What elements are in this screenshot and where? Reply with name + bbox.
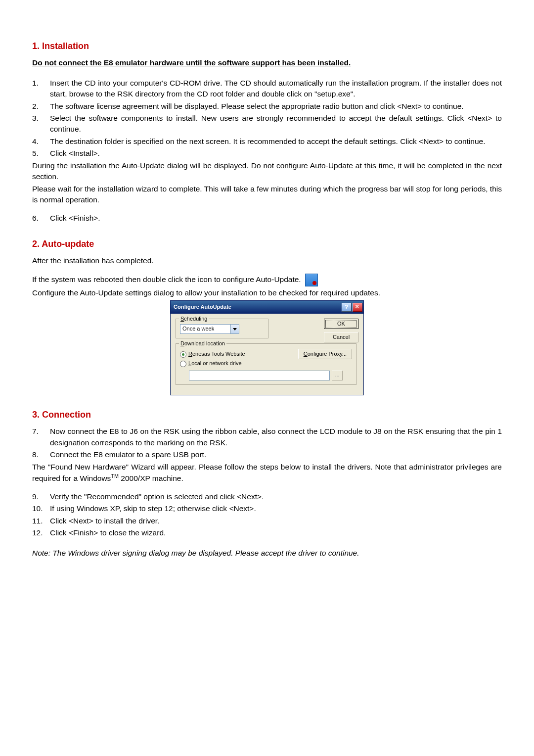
accel-letter: R: [188, 350, 192, 358]
label-rest: ownload location: [184, 340, 225, 346]
step-number: 3.: [32, 113, 50, 135]
connection-step-9: 9.Verify the "Recommended" option is sel…: [32, 491, 502, 502]
paragraph-text: The "Found New Hardware" Wizard will app…: [32, 463, 502, 483]
step-text: Insert the CD into your computer's CD-RO…: [50, 78, 502, 100]
step-text: Select the software components to instal…: [50, 113, 502, 135]
step-number: 1.: [32, 78, 50, 100]
install-step-4: 4.The destination folder is specified on…: [32, 136, 502, 147]
paragraph: After the installation has completed.: [32, 255, 502, 266]
paragraph-text: 2000/XP machine.: [119, 474, 183, 482]
step-number: 12.: [32, 527, 50, 538]
radio-icon[interactable]: [180, 361, 186, 367]
radio-icon[interactable]: [180, 351, 186, 358]
radio-label: ocal or network drive: [191, 360, 242, 368]
connection-step-12: 12.Click <Finish> to close the wizard.: [32, 527, 502, 538]
step-text: Verify the "Recommended" option is selec…: [50, 491, 502, 502]
install-step-5: 5.Click <Install>.: [32, 148, 502, 159]
radio-renesas-website[interactable]: Renesas Tools Website: [180, 350, 245, 358]
section-3-heading: 3. Connection: [32, 408, 502, 421]
step-number: 6.: [32, 213, 50, 224]
step-text: The destination folder is specified on t…: [50, 136, 502, 147]
scheduling-group-label: Scheduling: [179, 315, 209, 323]
install-step-3: 3.Select the software components to inst…: [32, 113, 502, 135]
install-step-6: 6.Click <Finish>.: [32, 213, 502, 224]
step-text: Click <Next> to install the driver.: [50, 516, 502, 526]
label-rest: cheduling: [184, 316, 207, 322]
configure-autoupdate-dialog: Configure AutoUpdate OK Cancel Schedulin…: [170, 300, 364, 395]
configure-proxy-button[interactable]: Configure Proxy...: [298, 349, 352, 359]
connection-step-10: 10.If using Windows XP, skip to step 12;…: [32, 503, 502, 514]
paragraph: During the installation the Auto-Update …: [32, 160, 502, 183]
step-text: Connect the E8 emulator to a spare USB p…: [50, 449, 502, 460]
step-number: 4.: [32, 136, 50, 147]
cancel-button[interactable]: Cancel: [324, 332, 358, 342]
radio-local-drive[interactable]: Local or network drive: [180, 360, 245, 368]
ok-button[interactable]: OK: [324, 319, 358, 329]
accel-letter: D: [180, 340, 184, 346]
step-number: 2.: [32, 101, 50, 112]
dropdown-value: Once a week: [180, 325, 230, 333]
paragraph: The "Found New Hardware" Wizard will app…: [32, 462, 502, 484]
connection-step-8: 8.Connect the E8 emulator to a spare USB…: [32, 449, 502, 460]
step-number: 7.: [32, 426, 50, 448]
note-text: Note: The Windows driver signing dialog …: [32, 548, 502, 559]
step-text: Click <Install>.: [50, 148, 502, 159]
step-text: Click <Finish>.: [50, 213, 502, 224]
step-text: Now connect the E8 to J6 on the RSK usin…: [50, 426, 502, 448]
step-number: 11.: [32, 516, 50, 526]
dialog-titlebar: Configure AutoUpdate: [171, 301, 363, 314]
paragraph-text: If the system was rebooted then double c…: [32, 275, 301, 284]
connection-step-7: 7.Now connect the E8 to J6 on the RSK us…: [32, 426, 502, 448]
button-label-rest: onfigure Proxy...: [308, 351, 347, 357]
help-button[interactable]: [342, 303, 352, 312]
step-number: 5.: [32, 148, 50, 159]
paragraph: If the system was rebooted then double c…: [32, 274, 502, 286]
warning-text: Do not connect the E8 emulator hardware …: [32, 57, 502, 68]
radio-label: enesas Tools Website: [192, 350, 245, 358]
install-step-1: 1.Insert the CD into your computer's CD-…: [32, 78, 502, 100]
step-number: 9.: [32, 491, 50, 502]
step-number: 8.: [32, 449, 50, 460]
path-input[interactable]: [189, 371, 330, 380]
paragraph: Please wait for the installation wizard …: [32, 184, 502, 206]
browse-button[interactable]: ...: [332, 371, 343, 380]
chevron-down-icon[interactable]: [230, 325, 239, 333]
schedule-dropdown[interactable]: Once a week: [180, 324, 239, 334]
install-step-2: 2.The software license agreement will be…: [32, 101, 502, 112]
download-location-group-label: Download location: [179, 340, 226, 348]
step-text: The software license agreement will be d…: [50, 101, 502, 112]
step-number: 10.: [32, 503, 50, 514]
section-2-heading: 2. Auto-update: [32, 237, 502, 250]
paragraph: Configure the Auto-Update settings dialo…: [32, 287, 502, 298]
step-text: Click <Finish> to close the wizard.: [50, 527, 502, 538]
accel-letter: C: [304, 351, 308, 357]
dialog-title: Configure AutoUpdate: [174, 303, 231, 311]
section-1-heading: 1. Installation: [32, 40, 502, 52]
step-text: If using Windows XP, skip to step 12; ot…: [50, 503, 502, 514]
trademark-symbol: TM: [111, 473, 119, 479]
autoupdate-desktop-icon: [305, 274, 318, 286]
connection-step-11: 11.Click <Next> to install the driver.: [32, 516, 502, 526]
close-button[interactable]: [353, 303, 362, 312]
